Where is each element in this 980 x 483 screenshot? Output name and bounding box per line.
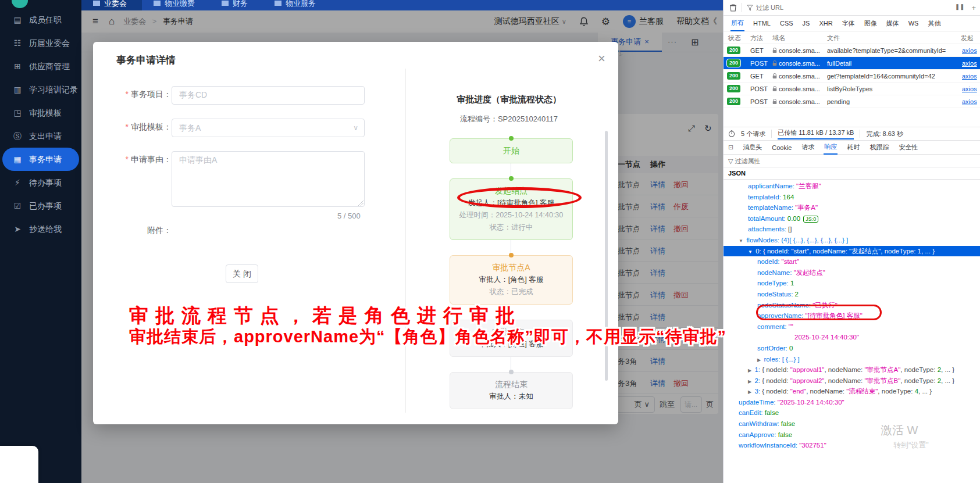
transaction-item-input[interactable] — [172, 86, 365, 105]
request-initiator-link[interactable]: axios — [962, 60, 977, 67]
request-filter[interactable]: HTML — [753, 17, 771, 30]
clear-requests-icon[interactable] — [729, 3, 737, 12]
request-filter[interactable]: XHR — [818, 17, 833, 30]
json-tree-line[interactable]: nodeStatus: 2 — [724, 289, 980, 300]
network-request-row[interactable]: 200 GET console.sma... get?templateId=16… — [724, 70, 980, 83]
top-app-tabs: 业委会 物业缴费 财务 物业服务 — [81, 0, 723, 10]
tab-timings[interactable]: 耗时 — [846, 141, 860, 154]
json-tree-line[interactable]: 2025-10-24 14:40:30" — [724, 332, 980, 343]
panel-dock-icon[interactable]: ⊡ — [728, 144, 733, 151]
annotation-line-2: 审批结束后，approverName为“【角色】角色名称”即可，不用显示“待审批… — [129, 325, 726, 349]
json-tree-line[interactable]: templateName: "事务A" — [724, 202, 980, 213]
network-request-row[interactable]: 200 POST console.sma... fullDetail axios — [724, 57, 980, 70]
close-button[interactable]: 关 闭 — [226, 264, 258, 283]
filter-url-input[interactable]: 过滤 URL — [756, 3, 783, 12]
minimized-widget[interactable] — [0, 446, 38, 483]
tab-headers[interactable]: 消息头 — [742, 141, 762, 154]
summary-divider — [771, 130, 772, 138]
json-tree-line[interactable]: templateId: 164 — [724, 192, 980, 203]
red-circle-annotation-modal — [457, 187, 582, 208]
tab-cookie[interactable]: Cookie — [771, 142, 792, 153]
json-tree-line[interactable]: canEdit: false — [724, 407, 980, 418]
json-tree-line[interactable]: totalAmount: 0.00JS:0 — [724, 213, 980, 224]
sidebar-item[interactable]: ☑ 已办事项 — [0, 194, 81, 217]
json-tree-line[interactable]: comment: "" — [724, 321, 980, 332]
windows-activation-watermark: 激活 W — [881, 423, 918, 438]
sidebar-item[interactable]: ▤ 成员任职 — [0, 8, 81, 31]
request-domain: console.sma... — [772, 73, 820, 80]
request-initiator-link[interactable]: axios — [962, 47, 977, 54]
request-initiator-link[interactable]: axios — [962, 85, 977, 92]
request-filter[interactable]: 所有 — [730, 16, 744, 31]
json-tree-line[interactable]: applicantName: "兰客服" — [724, 181, 980, 192]
request-initiator-link[interactable]: axios — [962, 73, 977, 80]
flow-node-dot — [509, 136, 514, 141]
request-filter[interactable]: CSS — [779, 17, 794, 30]
sidebar-item-icon: Ⓢ — [12, 124, 23, 148]
add-icon[interactable]: + — [971, 3, 976, 12]
json-tree-line[interactable]: ▶ roles: [ {...} ] — [724, 354, 980, 365]
json-tree-line[interactable]: ▶ 2: { nodeId: "approval2", nodeName: "审… — [724, 375, 980, 387]
sidebar-item-icon: ▦ — [12, 148, 23, 171]
top-tab-finance[interactable]: 财务 — [210, 0, 263, 10]
json-tree-line[interactable]: sortOrder: 0 — [724, 343, 980, 354]
request-filter[interactable]: 图像 — [864, 16, 878, 31]
json-tree-line[interactable]: workflowInstanceId: "302751" — [724, 440, 980, 451]
col-initiator[interactable]: 发起 — [961, 34, 974, 42]
json-tree-line[interactable]: ▼ 0: { nodeId: "start", nodeName: "发起结点"… — [724, 246, 980, 257]
sidebar-item[interactable]: ▥ 学习培训记录 — [0, 78, 81, 101]
approval-template-select[interactable]: 事务A∨ — [172, 119, 365, 137]
json-tree-line[interactable]: canApprove: false — [724, 430, 980, 441]
json-tree-line[interactable]: ▶ 3: { nodeId: "end", nodeName: "流程结束", … — [724, 386, 980, 397]
col-file[interactable]: 文件 — [827, 34, 840, 42]
request-method: POST — [750, 60, 768, 67]
sidebar-item[interactable]: ⚡ 待办事项 — [0, 171, 81, 194]
tab-request[interactable]: 请求 — [801, 141, 815, 154]
top-tab-payment[interactable]: 物业缴费 — [142, 0, 210, 10]
json-tree-line[interactable]: nodeName: "发起结点" — [724, 267, 980, 278]
json-tree-line[interactable]: attachments: [] — [724, 224, 980, 235]
network-request-row[interactable]: 200 POST console.sma... pending axios — [724, 95, 980, 108]
finish-time: 完成: 8.63 秒 — [866, 130, 903, 138]
json-tree-line[interactable]: ▶ 1: { nodeId: "approval1", nodeName: "审… — [724, 364, 980, 375]
sidebar-item[interactable]: ◳ 审批模板 — [0, 101, 81, 124]
col-method[interactable]: 方法 — [750, 34, 763, 42]
json-tree-line[interactable]: ▼ flowNodes: (4)[ {...}, {...}, {...}, {… — [724, 235, 980, 246]
devtools-toolbar: 过滤 URL ❚❚ + — [724, 0, 980, 16]
sidebar-item[interactable]: Ⓢ 支出申请 — [0, 124, 81, 148]
workflow-code: 流程编号：SP202510240117 — [405, 114, 612, 124]
json-tree-line[interactable]: nodeType: 1 — [724, 278, 980, 289]
request-filter[interactable]: 其他 — [927, 16, 941, 31]
col-status[interactable]: 状态 — [728, 34, 741, 42]
request-filter[interactable]: WS — [908, 17, 920, 30]
request-filter[interactable]: 字体 — [842, 16, 856, 31]
filter-properties-input[interactable]: ▽ 过滤属性 — [724, 155, 980, 167]
json-section-label[interactable]: JSON — [724, 167, 980, 180]
top-tab-committee[interactable]: 业委会 — [81, 0, 142, 10]
request-method: POST — [750, 98, 768, 105]
modal-title: 事务申请详情 — [116, 53, 176, 67]
col-domain[interactable]: 域名 — [772, 34, 785, 42]
reason-textarea[interactable]: 申请事由A — [172, 151, 365, 207]
flow-node: 审批节点A 审批人：[角色] 客服 状态：已完成 — [450, 255, 573, 305]
sidebar-item[interactable]: ▦ 事务申请 — [2, 148, 79, 171]
sidebar: ▤ 成员任职 ☷ 历届业委会 ⊞ 供应商管理 ▥ 学习培训记录 ◳ 审批模板 Ⓢ… — [0, 0, 81, 483]
request-filter[interactable]: 媒体 — [886, 16, 900, 31]
sidebar-item[interactable]: ☷ 历届业委会 — [0, 31, 81, 55]
top-tab-service[interactable]: 物业服务 — [263, 0, 331, 10]
json-tree-line[interactable]: canWithdraw: false — [724, 418, 980, 430]
tab-security[interactable]: 安全性 — [898, 141, 918, 154]
sidebar-item-label: 学习培训记录 — [29, 85, 78, 94]
sidebar-item[interactable]: ⊞ 供应商管理 — [0, 55, 81, 78]
pause-icon[interactable]: ❚❚ — [955, 3, 965, 12]
textarea-resize-handle[interactable] — [358, 200, 364, 206]
json-tree-line[interactable]: updateTime: "2025-10-24 14:40:30" — [724, 397, 980, 408]
json-tree-line[interactable]: nodeId: "start" — [724, 256, 980, 267]
request-filter[interactable]: JS — [802, 17, 811, 30]
network-request-row[interactable]: 200 GET console.sma... available?templat… — [724, 44, 980, 57]
request-initiator-link[interactable]: axios — [962, 98, 977, 105]
tab-response[interactable]: 响应 — [824, 140, 838, 155]
tab-stacktrace[interactable]: 栈跟踪 — [869, 141, 889, 154]
sidebar-item[interactable]: ➤ 抄送给我 — [0, 217, 81, 241]
network-request-row[interactable]: 200 POST console.sma... listByRoleTypes … — [724, 83, 980, 95]
